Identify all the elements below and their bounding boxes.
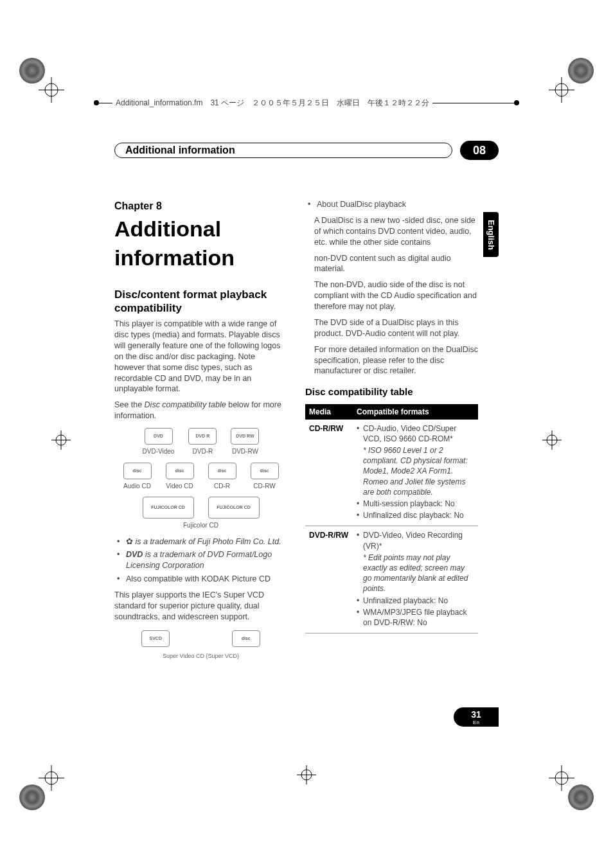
cell-line: WMA/MP3/JPEG file playback on DVD-R/RW: …: [357, 607, 474, 628]
dualdisc-p5: For more detailed information on the Dua…: [314, 344, 478, 377]
logo-audio-cd: discAudio CD: [123, 463, 152, 491]
language-tab: English: [483, 212, 499, 257]
dualdisc-p1: A DualDisc is a new two -sided disc, one…: [314, 215, 478, 248]
logo-dvd-rw: DVD RWDVD-RW: [231, 428, 259, 456]
dualdisc-p4: The DVD side of a DualDisc plays in this…: [314, 317, 478, 339]
body-p2: See the Disc compatibility table below f…: [114, 400, 287, 421]
trademark-fuji-text: is a trademark of Fuji Photo Film Co. Lt…: [133, 537, 281, 546]
svcd-logo-row: SVCD disc: [114, 630, 287, 650]
cell-line: CD-Audio, Video CD/Super VCD, ISO 9660 C…: [357, 423, 474, 444]
logo-dvd-video: DVDDVD-Video: [143, 428, 175, 456]
body-p1: This player is compatible with a wide ra…: [114, 319, 287, 394]
kodak-note: Also compatible with KODAK Picture CD: [117, 574, 287, 585]
trademark-dvd-text: is a trademark of DVD Format/Logo Licens…: [126, 550, 272, 570]
logo-caption-fujicolor: Fujicolor CD: [114, 521, 287, 530]
header-filename: Additional_information.fm 31 ページ ２００５年５月…: [112, 98, 432, 109]
th-media: Media: [305, 404, 353, 420]
page-footer: 31 En: [454, 707, 499, 727]
dualdisc-list: About DualDisc playback: [305, 199, 478, 210]
chapter-title: Additional information: [114, 215, 287, 274]
dualdisc-title: About DualDisc playback: [308, 199, 478, 210]
cropmark-bottom-left: [39, 765, 64, 791]
trademark-fuji: ✿ is a trademark of Fuji Photo Film Co. …: [117, 536, 287, 547]
logo-row-1: DVDDVD-Video DVD RDVD-R DVD RWDVD-RW: [114, 428, 287, 456]
logo-cd-r: discCD-R: [208, 463, 236, 491]
svcd-caption: Super Video CD (Super VCD): [114, 652, 287, 660]
right-column: About DualDisc playback A DualDisc is a …: [305, 199, 478, 660]
dualdisc-p3: The non-DVD, audio side of the disc is n…: [314, 279, 478, 312]
cell-line: Unfinalized playback: No: [357, 596, 474, 606]
logo-video-cd: discVideo CD: [166, 463, 194, 491]
logo-caption-cd-rw: CD-RW: [253, 483, 275, 490]
kodak-text: Also compatible with KODAK Picture CD: [126, 574, 271, 583]
section-header: Additional information 08: [114, 140, 499, 161]
logo-caption-cd-r: CD-R: [214, 483, 230, 490]
section-number: 08: [460, 141, 499, 160]
logo-cd-rw: discCD-RW: [251, 463, 279, 491]
table-row: DVD-R/RWDVD-Video, Video Recording (VR)*…: [305, 526, 478, 633]
th-formats: Compatible formats: [353, 404, 478, 420]
cropmark-top-right: [549, 77, 574, 103]
page-number: 31: [471, 709, 481, 720]
cropmark-mid-bottom: [297, 765, 316, 784]
dvd-icon: DVD: [126, 550, 143, 559]
logo-caption-dvd-r: DVD-R: [193, 448, 213, 455]
cropmark-mid-right: [542, 430, 562, 450]
logo-caption-audio-cd: Audio CD: [123, 483, 151, 490]
logo-caption-video-cd: Video CD: [166, 483, 193, 490]
logo-row-3: FUJICOLOR CD FUJICOLOR CD: [114, 497, 287, 518]
svcd-logo-1: SVCD: [141, 630, 170, 647]
logo-caption-dvd-rw: DVD-RW: [232, 448, 258, 455]
compat-table: Media Compatible formats CD-R/RWCD-Audio…: [305, 404, 478, 634]
svcd-paragraph: This player supports the IEC's Super VCD…: [114, 590, 287, 623]
page-lang: En: [473, 720, 479, 725]
cell-line: * ISO 9660 Level 1 or 2 compliant. CD ph…: [357, 445, 474, 497]
content-area: Chapter 8 Additional information Disc/co…: [114, 199, 478, 660]
trademark-dvd: DVD is a trademark of DVD Format/Logo Li…: [117, 549, 287, 571]
table-heading: Disc compatibility table: [305, 385, 478, 398]
subheading-disc-compat: Disc/content format playback compatibili…: [114, 288, 287, 315]
logo-caption-dvd-video: DVD-Video: [143, 448, 175, 455]
dualdisc-p2: non-DVD content such as digital audio ma…: [314, 253, 478, 275]
logo-row-2: discAudio CD discVideo CD discCD-R discC…: [114, 463, 287, 491]
cell-line: Multi-session playback: No: [357, 499, 474, 509]
cell-formats: CD-Audio, Video CD/Super VCD, ISO 9660 C…: [353, 420, 478, 526]
body-p2b: Disc compatibility table: [145, 400, 226, 409]
cell-media: CD-R/RW: [305, 420, 353, 526]
dualdisc-body: A DualDisc is a new two -sided disc, one…: [305, 215, 478, 376]
cell-line: * Edit points may not play exactly as ed…: [357, 553, 474, 594]
table-row: CD-R/RWCD-Audio, Video CD/Super VCD, ISO…: [305, 420, 478, 526]
trademark-list: ✿ is a trademark of Fuji Photo Film Co. …: [114, 536, 287, 585]
cell-formats: DVD-Video, Video Recording (VR)** Edit p…: [353, 526, 478, 633]
cropmark-bottom-right: [549, 765, 574, 791]
logo-fujicolor-2: FUJICOLOR CD: [208, 497, 260, 518]
cropmark-mid-left: [51, 430, 71, 450]
fuji-icon: ✿: [126, 537, 133, 546]
cell-line: Unfinalized disc playback: No: [357, 510, 474, 520]
cell-line: DVD-Video, Video Recording (VR)*: [357, 530, 474, 551]
svcd-logo-2: disc: [232, 630, 260, 647]
section-title: Additional information: [114, 143, 452, 158]
logo-dvd-r: DVD RDVD-R: [188, 428, 217, 456]
chapter-label: Chapter 8: [114, 199, 287, 213]
body-p2a: See the: [114, 400, 145, 409]
cell-media: DVD-R/RW: [305, 526, 353, 633]
left-column: Chapter 8 Additional information Disc/co…: [114, 199, 287, 660]
table-header-row: Media Compatible formats: [305, 404, 478, 420]
cropmark-top-left: [39, 77, 64, 103]
logo-fujicolor-1: FUJICOLOR CD: [143, 497, 194, 518]
